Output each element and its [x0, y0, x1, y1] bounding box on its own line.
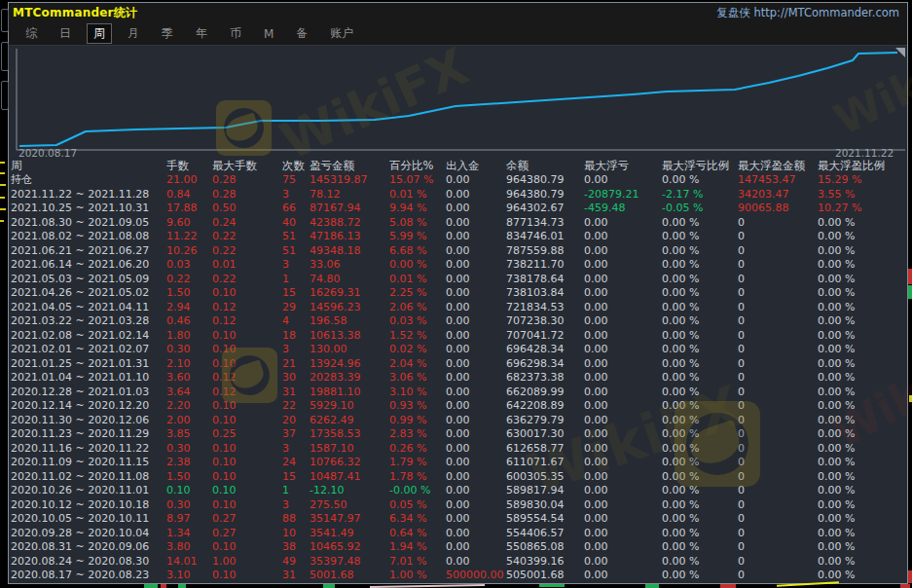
menu-item-账户[interactable]: 账户 [323, 23, 360, 44]
cell: 0.00 [446, 414, 506, 428]
cell: 0.00 [584, 343, 662, 357]
cell: 0.00 % [818, 512, 901, 527]
cell: 15.07 % [389, 173, 446, 188]
cell: 2020.11.23 ~ 2020.11.29 [11, 427, 166, 442]
table-row[interactable]: 2020.08.24 ~ 2020.08.3014.011.004935397.… [11, 555, 907, 570]
table-row[interactable]: 2021.11.22 ~ 2021.11.280.840.28378.120.0… [11, 188, 907, 202]
table-row[interactable]: 2021.08.30 ~ 2021.09.059.600.244042388.7… [11, 216, 907, 231]
cell: 0.00 % [818, 414, 901, 428]
cell: 15 [282, 470, 310, 485]
table-row[interactable]: 2021.03.22 ~ 2021.03.280.460.124196.580.… [11, 314, 907, 329]
screen: MTCommander统计 复盘侠 http://MTCommander.com… [0, 0, 912, 588]
menu-item-周[interactable]: 周 [87, 23, 112, 44]
cell: 0.24 [212, 216, 282, 231]
cell: 0.00 % [818, 371, 901, 386]
table-row[interactable]: 2020.10.26 ~ 2020.11.010.100.101-12.10-0… [11, 484, 907, 498]
window-title: MTCommander统计 [13, 5, 137, 21]
menu-item-综[interactable]: 综 [18, 23, 44, 44]
cell: 0 [738, 329, 818, 344]
column-header[interactable]: 出入金 [446, 159, 506, 173]
cell: 2020.10.26 ~ 2020.11.01 [11, 484, 166, 498]
cell: 0.00 [584, 258, 662, 273]
table-row[interactable]: 2021.06.21 ~ 2021.06.2710.260.225149348.… [11, 244, 907, 259]
cell: 0.50 [212, 202, 282, 216]
cell: 0.10 [212, 569, 282, 583]
column-header[interactable]: 最大浮盈比例 [818, 159, 901, 173]
menu-item-备[interactable]: 备 [289, 23, 314, 44]
column-header[interactable]: 盈亏金额 [310, 159, 389, 173]
decor-mark [0, 220, 4, 222]
table-row[interactable]: 2021.02.08 ~ 2021.02.141.800.101810613.3… [11, 329, 907, 344]
menu-item-季[interactable]: 季 [155, 23, 180, 44]
cell: 1.50 [166, 286, 212, 301]
brand-link[interactable]: 复盘侠 http://MTCommander.com [716, 6, 899, 20]
decor-mark [0, 208, 6, 210]
table-row[interactable]: 2020.09.28 ~ 2020.10.041.340.27103541.49… [11, 527, 907, 541]
cell: 0.00 % [818, 386, 901, 400]
table-row[interactable]: 2020.11.23 ~ 2020.11.293.850.253717358.5… [11, 427, 907, 442]
cell: 0.00 % [662, 244, 738, 259]
table-row[interactable]: 2020.11.09 ~ 2020.11.152.380.102410766.3… [11, 456, 907, 470]
table-row[interactable]: 2021.02.01 ~ 2021.02.070.300.103130.000.… [11, 343, 907, 357]
decor-mark [908, 269, 912, 284]
table-row[interactable]: 2021.04.05 ~ 2021.04.112.940.122914596.2… [11, 301, 907, 315]
column-header[interactable]: 百分比% [389, 159, 446, 173]
table-row[interactable]: 2020.10.12 ~ 2020.10.180.300.103275.500.… [11, 498, 907, 513]
column-header[interactable]: 手数 [166, 159, 212, 173]
menu-item-币[interactable]: 币 [223, 23, 248, 44]
table-row[interactable]: 2020.12.28 ~ 2021.01.033.640.123119881.1… [11, 386, 907, 400]
column-header[interactable]: 周 [11, 159, 166, 173]
menu-item-年[interactable]: 年 [189, 23, 214, 44]
table-row[interactable]: 2021.04.26 ~ 2021.05.021.500.101516269.3… [11, 286, 907, 301]
cell: 0.00 % [818, 258, 901, 273]
cell: 3 [282, 188, 310, 202]
cell: 6.34 % [389, 512, 446, 527]
decor-mark [0, 184, 6, 186]
menu-item-日[interactable]: 日 [53, 23, 78, 44]
cell: 49 [282, 555, 310, 570]
table-row[interactable]: 2021.10.25 ~ 2021.10.3117.880.506687167.… [11, 202, 907, 216]
cell: 2.94 [166, 301, 212, 315]
cell: 0.00 [584, 555, 662, 570]
cell: 609700.66 [310, 583, 389, 585]
column-header[interactable]: 最大浮亏 [584, 159, 662, 173]
cell: 3.55 % [818, 188, 901, 202]
cell: 7.01 % [389, 555, 446, 570]
cell: 0.26 % [389, 442, 446, 457]
cell: 1.94 % [389, 540, 446, 555]
table-row[interactable]: 2021.01.25 ~ 2021.01.312.100.102113924.9… [11, 357, 907, 372]
cell: 2.20 [166, 399, 212, 414]
cell: 3.10 [166, 569, 212, 583]
title-bar[interactable]: MTCommander统计 复盘侠 http://MTCommander.com [9, 3, 907, 22]
table-row[interactable]: 2020.08.17 ~ 2020.08.233.100.10315001.68… [11, 569, 907, 583]
cell: 2021.02.01 ~ 2021.02.07 [11, 343, 166, 357]
menu-item-M[interactable]: M [257, 25, 280, 43]
cell: 642208.89 [506, 399, 584, 414]
column-header[interactable]: 最大浮亏比例 [662, 159, 738, 173]
column-header[interactable]: 余额 [506, 159, 584, 173]
table-row[interactable]: 2020.11.02 ~ 2020.11.081.500.101510487.4… [11, 470, 907, 485]
table-row[interactable]: 2021.05.03 ~ 2021.05.090.220.22174.800.0… [11, 273, 907, 287]
table-row[interactable]: 2020.08.31 ~ 2020.09.063.800.103810465.9… [11, 540, 907, 555]
cell: 17.88 [166, 202, 212, 216]
cell: 66 [282, 202, 310, 216]
column-header[interactable]: 次数 [282, 159, 310, 173]
table-row[interactable]: 2021.08.02 ~ 2021.08.0811.220.225147186.… [11, 230, 907, 244]
cell: 0.00 % [818, 273, 901, 287]
column-header[interactable]: 最大浮盈金额 [738, 159, 818, 173]
table-row[interactable]: 2020.11.30 ~ 2020.12.062.000.10206262.49… [11, 414, 907, 428]
equity-chart-svg [9, 46, 907, 159]
table-row[interactable]: 2021.01.04 ~ 2021.01.103.600.123020283.3… [11, 371, 907, 386]
table-row[interactable]: 2020.11.16 ~ 2020.11.220.300.1031587.100… [11, 442, 907, 457]
table-row[interactable]: 2020.10.05 ~ 2020.10.118.970.278835147.9… [11, 512, 907, 527]
cell: 2021.02.08 ~ 2021.02.14 [11, 329, 166, 344]
menu-item-月[interactable]: 月 [121, 23, 146, 44]
table-row[interactable]: 持仓21.000.2875145319.8715.07 %0.00964380.… [11, 173, 907, 188]
cell: 2021.10.25 ~ 2021.10.31 [11, 202, 166, 216]
cell: 2021.08.02 ~ 2021.08.08 [11, 230, 166, 244]
cell: 51 [282, 230, 310, 244]
cell: 0.93 % [389, 399, 446, 414]
table-row[interactable]: 2021.06.14 ~ 2021.06.200.030.01333.060.0… [11, 258, 907, 273]
table-row[interactable]: 2020.12.14 ~ 2020.12.202.200.10225929.10… [11, 399, 907, 414]
column-header[interactable]: 最大手数 [212, 159, 282, 173]
